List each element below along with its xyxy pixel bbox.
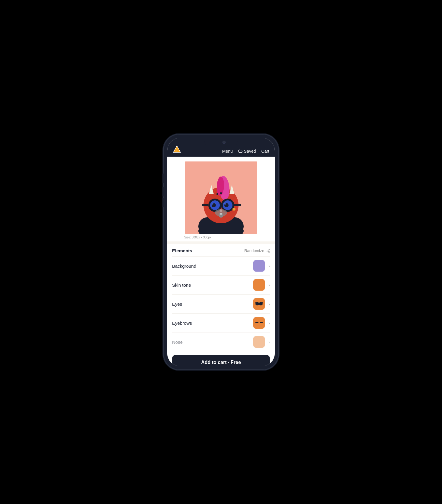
randomize-label: Randomize — [244, 248, 264, 253]
cloud-icon — [238, 149, 242, 153]
main-content: Size: 300px x 300px Elements Randomize — [167, 157, 275, 366]
header-nav: Menu Saved Cart — [222, 149, 269, 154]
element-arrow-eyes: › — [268, 301, 270, 306]
avatar-canvas — [185, 161, 257, 234]
element-swatch-background — [253, 260, 265, 272]
element-swatch-eyebrows — [253, 317, 265, 329]
svg-point-21 — [224, 203, 226, 205]
svg-rect-15 — [234, 204, 241, 206]
element-row-skin-tone[interactable]: Skin tone › — [172, 275, 270, 294]
menu-button[interactable]: Menu — [222, 149, 233, 154]
svg-point-28 — [220, 209, 222, 212]
element-arrow-background: › — [268, 263, 270, 268]
screen-content: ! Menu Saved Cart — [167, 138, 275, 366]
svg-rect-36 — [260, 322, 263, 323]
avatar-size-label: Size: 300px x 300px — [184, 236, 211, 239]
element-swatch-more — [253, 336, 265, 348]
element-arrow-skin-tone: › — [268, 282, 270, 287]
svg-rect-24 — [220, 213, 222, 215]
svg-rect-14 — [202, 204, 208, 206]
element-swatch-eyes — [253, 298, 265, 310]
svg-point-26 — [216, 193, 218, 195]
cart-label: Cart — [261, 149, 269, 154]
camera — [223, 141, 226, 144]
elements-title: Elements — [172, 248, 192, 253]
element-row-eyebrows[interactable]: Eyebrows › — [172, 313, 270, 332]
logo-icon: ! — [173, 145, 181, 154]
element-row-more[interactable]: Nose › — [172, 332, 270, 351]
randomize-button[interactable]: Randomize — [244, 248, 270, 253]
phone-screen: ! Menu Saved Cart — [167, 138, 275, 366]
phone-device: ! Menu Saved Cart — [164, 134, 278, 370]
add-to-cart-button[interactable]: Add to cart · Free — [172, 355, 270, 366]
cart-button-section: Add to cart · Free — [167, 351, 275, 366]
avatar-section: Size: 300px x 300px — [167, 157, 275, 241]
element-arrow-more: › — [268, 340, 270, 344]
element-label-eyebrows: Eyebrows — [172, 321, 253, 326]
shuffle-icon — [266, 249, 270, 253]
svg-line-33 — [255, 302, 259, 303]
svg-point-27 — [220, 192, 222, 194]
element-label-more: Nose — [172, 340, 253, 345]
element-swatch-skin-tone — [253, 279, 265, 291]
element-row-eyes[interactable]: Eyes › — [172, 294, 270, 313]
avatar-character — [185, 161, 257, 234]
svg-text:!: ! — [176, 148, 178, 152]
svg-point-25 — [232, 208, 235, 211]
element-label-background: Background — [172, 263, 253, 269]
svg-rect-35 — [255, 322, 258, 323]
element-row-background[interactable]: Background › — [172, 256, 270, 275]
element-label-eyes: Eyes — [172, 301, 253, 307]
elements-header: Elements Randomize — [172, 244, 270, 256]
svg-line-34 — [259, 302, 263, 303]
saved-button[interactable]: Saved — [238, 149, 256, 154]
cart-button[interactable]: Cart — [261, 149, 269, 154]
header-logo[interactable]: ! — [173, 145, 181, 154]
avatar-background — [185, 161, 257, 234]
element-arrow-eyebrows: › — [268, 321, 270, 325]
eyes-preview-icon — [255, 301, 263, 307]
svg-point-20 — [212, 203, 213, 205]
eyebrows-preview-icon — [255, 321, 263, 325]
elements-section: Elements Randomize — [167, 244, 275, 351]
element-label-skin-tone: Skin tone — [172, 282, 253, 288]
saved-label: Saved — [244, 149, 256, 154]
menu-label: Menu — [222, 149, 233, 154]
phone-notch — [204, 138, 238, 146]
